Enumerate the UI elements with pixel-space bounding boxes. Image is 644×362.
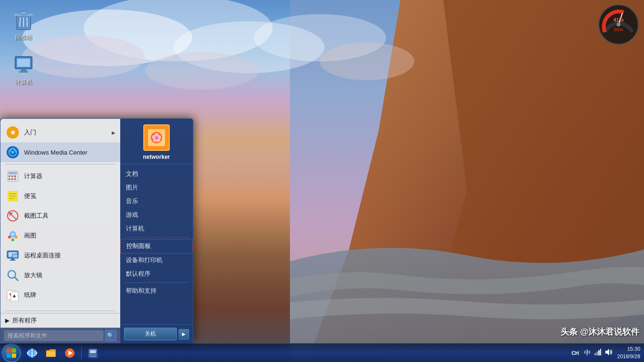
svg-point-43 bbox=[8, 236, 11, 239]
tray-volume-icon[interactable] bbox=[604, 347, 613, 358]
svg-rect-15 bbox=[17, 58, 30, 67]
tray-datetime[interactable]: 15:30 2018/9/28 bbox=[617, 346, 640, 360]
start-item-solitaire[interactable]: ♥ ♠ 纸牌 bbox=[0, 285, 120, 305]
right-link-documents[interactable]: 文档 bbox=[120, 167, 193, 181]
solitaire-label: 纸牌 bbox=[24, 291, 36, 299]
tray-network-icon[interactable] bbox=[593, 347, 603, 358]
magnifier-icon bbox=[5, 268, 20, 283]
search-button[interactable]: 🔍 bbox=[105, 330, 116, 341]
start-item-remote-desktop[interactable]: 远程桌面连接 bbox=[0, 246, 120, 265]
svg-text:★: ★ bbox=[10, 129, 16, 136]
start-menu-left-panel: ★ 入门 ▶ Win bbox=[0, 119, 120, 343]
start-item-snipping-tool[interactable]: 截图工具 bbox=[0, 206, 120, 226]
svg-line-54 bbox=[15, 277, 18, 280]
ie-icon bbox=[26, 347, 38, 359]
computer-right-label: 计算机 bbox=[126, 225, 144, 233]
documents-label: 文档 bbox=[126, 170, 138, 178]
shutdown-options-button[interactable]: ▶ bbox=[179, 329, 189, 339]
right-separator-1 bbox=[124, 237, 189, 238]
snipping-tool-icon bbox=[5, 208, 20, 223]
svg-rect-87 bbox=[600, 349, 601, 355]
tray-ime-icon[interactable]: 中 bbox=[583, 348, 592, 358]
taskbar-media-player[interactable] bbox=[61, 345, 78, 362]
svg-rect-50 bbox=[10, 260, 16, 261]
svg-line-11 bbox=[20, 17, 20, 27]
svg-point-55 bbox=[9, 272, 14, 277]
svg-rect-33 bbox=[8, 178, 10, 180]
search-input[interactable] bbox=[4, 330, 103, 341]
cliff-background bbox=[290, 0, 644, 362]
computer-label: 计算机 bbox=[15, 78, 32, 86]
tray-date-value: 2018/9/28 bbox=[617, 353, 640, 360]
paint-label: 画图 bbox=[24, 231, 36, 240]
right-link-computer[interactable]: 计算机 bbox=[120, 222, 193, 236]
recycle-bin-icon[interactable]: 回收站 bbox=[7, 7, 40, 43]
snipping-tool-label: 截图工具 bbox=[24, 212, 49, 220]
svg-rect-79 bbox=[89, 354, 91, 355]
user-avatar[interactable]: 🌸 bbox=[143, 124, 170, 151]
shutdown-button[interactable]: 关机 bbox=[124, 328, 177, 340]
start-item-wmc[interactable]: Windows Media Center bbox=[0, 142, 120, 162]
svg-rect-85 bbox=[596, 352, 598, 355]
control-panel-label: 控制面板 bbox=[126, 242, 151, 250]
svg-point-44 bbox=[11, 239, 14, 241]
username-label: networker bbox=[143, 154, 170, 160]
start-button[interactable] bbox=[2, 344, 21, 362]
calculator-label: 计算器 bbox=[24, 172, 42, 181]
right-separator-2 bbox=[124, 282, 189, 283]
right-link-help[interactable]: 帮助和支持 bbox=[120, 284, 193, 298]
sticky-notes-label: 便笺 bbox=[24, 192, 36, 200]
magnifier-label: 放大镜 bbox=[24, 271, 42, 280]
recycle-bin-label: 回收站 bbox=[15, 33, 32, 41]
svg-point-27 bbox=[11, 151, 14, 154]
right-link-devices[interactable]: 设备和打印机 bbox=[120, 254, 193, 267]
separator-1 bbox=[5, 164, 116, 165]
svg-rect-35 bbox=[14, 178, 16, 180]
svg-text:♠: ♠ bbox=[13, 293, 16, 299]
solitaire-icon: ♥ ♠ bbox=[5, 288, 20, 303]
remote-desktop-label: 远程桌面连接 bbox=[24, 251, 61, 260]
windows-logo-icon bbox=[6, 348, 17, 358]
calculator-icon bbox=[5, 169, 20, 184]
taskbar-divider-1 bbox=[81, 346, 82, 360]
right-link-games[interactable]: 游戏 bbox=[120, 208, 193, 222]
wmc-label: Windows Media Center bbox=[24, 149, 87, 156]
taskbar-network[interactable] bbox=[84, 345, 101, 362]
start-item-calculator[interactable]: 计算器 bbox=[0, 166, 120, 186]
right-link-pictures[interactable]: 图片 bbox=[120, 181, 193, 195]
taskbar-ie[interactable] bbox=[24, 345, 41, 362]
tray-icon-area: CH 中 bbox=[571, 347, 613, 358]
start-menu-items: ★ 入门 ▶ Win bbox=[0, 119, 120, 309]
start-item-paint[interactable]: 画图 bbox=[0, 226, 120, 246]
desktop: 回收站 计算机 41% D1% bbox=[0, 0, 644, 362]
tray-time-value: 15:30 bbox=[617, 346, 640, 353]
recycle-bin-image bbox=[12, 9, 35, 32]
start-item-magnifier[interactable]: 放大镜 bbox=[0, 265, 120, 285]
search-icon: 🔍 bbox=[107, 332, 114, 339]
svg-rect-65 bbox=[12, 348, 16, 353]
start-item-getting-started[interactable]: ★ 入门 ▶ bbox=[0, 123, 120, 142]
svg-rect-32 bbox=[14, 175, 16, 177]
right-link-default-programs[interactable]: 默认程序 bbox=[120, 267, 193, 281]
svg-rect-10 bbox=[20, 11, 27, 15]
computer-desktop-icon[interactable]: 计算机 bbox=[7, 52, 40, 88]
help-label: 帮助和支持 bbox=[126, 287, 157, 295]
media-player-icon bbox=[64, 347, 75, 359]
right-link-control-panel[interactable]: 控制面板 bbox=[120, 239, 193, 254]
svg-rect-52 bbox=[13, 255, 17, 257]
performance-widget: 41% D1% bbox=[598, 4, 640, 46]
getting-started-label: 入门 bbox=[24, 128, 36, 137]
start-item-sticky-notes[interactable]: 便笺 bbox=[0, 186, 120, 206]
computer-image bbox=[12, 54, 35, 76]
svg-rect-64 bbox=[7, 348, 11, 353]
all-programs-button[interactable]: ▶ 所有程序 bbox=[0, 313, 120, 328]
svg-marker-88 bbox=[605, 349, 609, 355]
shutdown-label: 关机 bbox=[145, 330, 156, 337]
svg-rect-17 bbox=[19, 71, 28, 73]
music-label: 音乐 bbox=[126, 197, 138, 206]
taskbar-folder[interactable] bbox=[42, 345, 59, 362]
svg-rect-84 bbox=[594, 353, 596, 355]
network-icon bbox=[87, 347, 99, 359]
svg-rect-81 bbox=[93, 354, 94, 355]
right-link-music[interactable]: 音乐 bbox=[120, 195, 193, 208]
